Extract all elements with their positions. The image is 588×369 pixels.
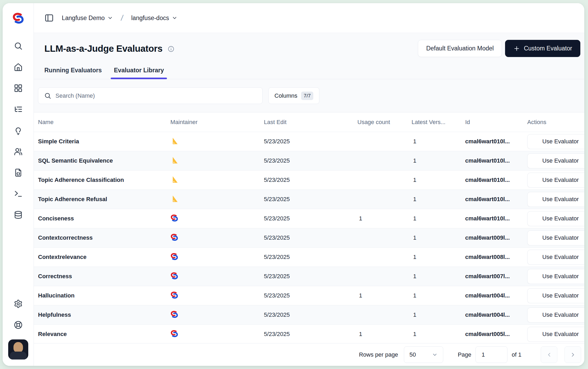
home-icon bbox=[14, 63, 23, 72]
rows-per-page-label: Rows per page bbox=[359, 351, 398, 358]
evaluator-id: cmal6wart004l... bbox=[465, 292, 527, 299]
evaluator-name: Conciseness bbox=[34, 215, 170, 222]
langfuse-icon bbox=[170, 330, 178, 338]
use-evaluator-button[interactable]: Use Evaluator bbox=[527, 192, 584, 207]
columns-count-badge: 7/7 bbox=[301, 92, 313, 100]
sidebar-toggle-icon[interactable] bbox=[44, 13, 54, 23]
use-evaluator-button[interactable]: Use Evaluator bbox=[527, 173, 584, 188]
actions-cell: Use Evaluator bbox=[527, 288, 584, 303]
use-evaluator-button[interactable]: Use Evaluator bbox=[527, 269, 584, 284]
table-row[interactable]: Topic Adherence Classification5/23/20251… bbox=[34, 171, 584, 190]
table-row[interactable]: SQL Semantic Equivalence5/23/20251cmal6w… bbox=[34, 151, 584, 171]
use-evaluator-button[interactable]: Use Evaluator bbox=[527, 327, 584, 342]
table-toolbar: Columns 7/7 bbox=[34, 79, 584, 112]
tab-running-evaluators[interactable]: Running Evaluators bbox=[44, 67, 102, 79]
sidebar-nav bbox=[13, 41, 23, 220]
evaluator-name: Topic Adherence Refusal bbox=[34, 196, 170, 203]
maintainer-cell bbox=[170, 253, 264, 262]
table-header-row: Name Maintainer Last Edit Usage count La… bbox=[34, 112, 584, 132]
latest-version: 1 bbox=[412, 196, 465, 203]
maintainer-cell bbox=[170, 176, 264, 184]
langfuse-logo[interactable] bbox=[3, 3, 34, 33]
evaluator-id: cmal6wart010l... bbox=[465, 157, 527, 164]
table-row[interactable]: Relevance5/23/202511cmal6wart005l...Use … bbox=[34, 325, 584, 343]
use-evaluator-button[interactable]: Use Evaluator bbox=[527, 153, 584, 168]
chevron-down-icon bbox=[107, 15, 113, 21]
langfuse-logo-icon bbox=[12, 12, 24, 24]
maintainer-cell bbox=[170, 156, 264, 165]
latest-version: 1 bbox=[412, 292, 465, 299]
evaluator-id: cmal6wart004l... bbox=[465, 311, 527, 318]
table-body: Simple Criteria5/23/20251cmal6wart010l..… bbox=[34, 132, 584, 343]
usage-count: 1 bbox=[357, 331, 412, 338]
actions-cell: Use Evaluator bbox=[527, 269, 584, 284]
sidebar-item-search[interactable] bbox=[13, 41, 23, 51]
sidebar-item-support[interactable] bbox=[13, 320, 23, 330]
use-evaluator-button[interactable]: Use Evaluator bbox=[527, 230, 584, 245]
maintainer-cell bbox=[170, 330, 264, 339]
ragas-icon bbox=[170, 156, 178, 164]
latest-version: 1 bbox=[412, 273, 465, 280]
sidebar-item-users[interactable] bbox=[13, 146, 23, 157]
actions-cell: Use Evaluator bbox=[527, 153, 584, 168]
search-box bbox=[38, 87, 263, 104]
file-json-icon bbox=[14, 168, 23, 177]
actions-cell: Use Evaluator bbox=[527, 230, 584, 245]
page-header: LLM-as-a-Judge Evaluators Default Evalua… bbox=[34, 33, 584, 79]
table-row[interactable]: Topic Adherence Refusal5/23/20251cmal6wa… bbox=[34, 190, 584, 209]
chevron-right-icon bbox=[570, 352, 576, 358]
ragas-icon bbox=[170, 137, 178, 145]
table-row[interactable]: Correctness5/23/20251cmal6wart007l...Use… bbox=[34, 267, 584, 286]
table-row[interactable]: Contextcorrectness5/23/20251cmal6wart009… bbox=[34, 228, 584, 248]
evaluator-table: Name Maintainer Last Edit Usage count La… bbox=[34, 112, 584, 343]
org-selector[interactable]: Langfuse Demo bbox=[62, 15, 113, 22]
project-selector[interactable]: langfuse-docs bbox=[131, 15, 178, 22]
use-evaluator-button[interactable]: Use Evaluator bbox=[527, 308, 584, 323]
sidebar-item-settings[interactable] bbox=[13, 299, 23, 309]
sidebar-item-datasets[interactable] bbox=[13, 210, 23, 220]
table-row[interactable]: Contextrelevance5/23/20251cmal6wart008l.… bbox=[34, 248, 584, 267]
columns-button[interactable]: Columns 7/7 bbox=[268, 87, 319, 104]
use-evaluator-button[interactable]: Use Evaluator bbox=[527, 211, 584, 226]
org-name: Langfuse Demo bbox=[62, 15, 105, 22]
actions-cell: Use Evaluator bbox=[527, 192, 584, 207]
use-evaluator-button[interactable]: Use Evaluator bbox=[527, 288, 584, 303]
evaluator-id: cmal6wart010l... bbox=[465, 215, 527, 222]
sidebar-item-home[interactable] bbox=[13, 62, 23, 72]
last-edit: 5/23/2025 bbox=[264, 138, 357, 145]
pagination-bar: Rows per page 50 Page of 1 bbox=[34, 343, 584, 366]
previous-page-button[interactable] bbox=[541, 346, 557, 363]
gear-icon bbox=[14, 299, 23, 308]
sidebar-item-dashboards[interactable] bbox=[13, 83, 23, 93]
evaluator-name: Contextrelevance bbox=[34, 254, 170, 261]
rows-per-page-select[interactable]: 50 bbox=[404, 346, 443, 363]
custom-evaluator-button[interactable]: Custom Evaluator bbox=[505, 40, 580, 57]
page-input[interactable] bbox=[475, 346, 507, 363]
default-evaluation-model-button[interactable]: Default Evaluation Model bbox=[418, 40, 502, 57]
use-evaluator-button[interactable]: Use Evaluator bbox=[527, 134, 584, 149]
maintainer-cell bbox=[170, 272, 264, 281]
chevron-down-icon bbox=[172, 15, 178, 21]
next-page-button[interactable] bbox=[564, 346, 581, 363]
table-row[interactable]: Hallucination5/23/202511cmal6wart004l...… bbox=[34, 286, 584, 305]
col-header-name: Name bbox=[34, 119, 170, 126]
info-icon[interactable] bbox=[168, 46, 174, 52]
page-title: LLM-as-a-Judge Evaluators bbox=[44, 43, 162, 54]
last-edit: 5/23/2025 bbox=[264, 157, 357, 164]
table-row[interactable]: Conciseness5/23/202511cmal6wart010l...Us… bbox=[34, 209, 584, 228]
sidebar-item-prompts[interactable] bbox=[13, 168, 23, 178]
table-row[interactable]: Simple Criteria5/23/20251cmal6wart010l..… bbox=[34, 132, 584, 151]
lifebuoy-icon bbox=[14, 320, 23, 329]
tab-evaluator-library[interactable]: Evaluator Library bbox=[114, 67, 164, 79]
ragas-icon bbox=[170, 176, 178, 183]
sidebar-item-evaluation[interactable] bbox=[13, 125, 23, 135]
ragas-icon bbox=[170, 195, 178, 203]
sidebar-item-playground[interactable] bbox=[13, 189, 23, 199]
sidebar-item-tracing[interactable] bbox=[13, 104, 23, 114]
last-edit: 5/23/2025 bbox=[264, 292, 357, 299]
search-input[interactable] bbox=[55, 92, 256, 99]
chevron-left-icon bbox=[546, 352, 552, 358]
user-avatar[interactable] bbox=[8, 339, 28, 359]
use-evaluator-button[interactable]: Use Evaluator bbox=[527, 250, 584, 265]
table-row[interactable]: Helpfulness5/23/20251cmal6wart004l...Use… bbox=[34, 305, 584, 325]
